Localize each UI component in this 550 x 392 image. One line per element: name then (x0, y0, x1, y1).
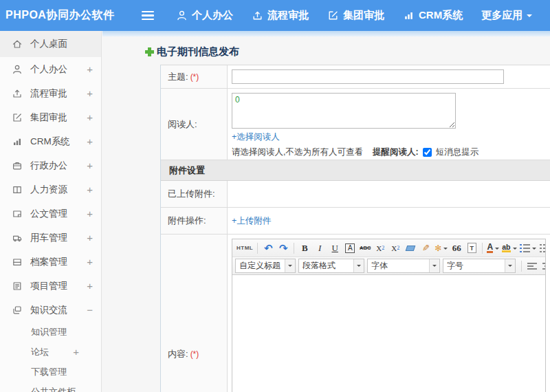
uploaded-attachments-label: 已上传附件: (168, 188, 215, 200)
nav-label: 流程审批 (267, 9, 309, 22)
editor-content-area[interactable] (232, 275, 545, 392)
caret-down-icon (443, 248, 448, 252)
caret-down-icon (532, 248, 536, 252)
subject-label-cell: 主题: (*) (161, 65, 228, 88)
sidebar-item-archive-mgmt[interactable]: 档案管理 + (0, 250, 101, 274)
paragraph-format-select[interactable]: 段落格式 (298, 259, 364, 273)
sidebar-item-desktop[interactable]: 个人桌面 (0, 31, 101, 57)
expand-icon[interactable]: + (87, 256, 93, 268)
redo-icon[interactable] (276, 241, 290, 255)
sidebar-subitem-label: 知识管理 (31, 326, 79, 338)
sidebar-subitem-download-mgmt[interactable]: 下载管理 (0, 362, 101, 382)
font-size-select[interactable]: 字号 (443, 259, 516, 273)
align-left-button[interactable] (525, 259, 539, 273)
paste-text-button[interactable] (465, 241, 478, 255)
rich-text-editor: HTML B I U A ABC X2 X2 (232, 239, 546, 392)
sidebar-item-admin-office[interactable]: 行政办公 + (0, 153, 101, 177)
italic-button[interactable]: I (313, 241, 327, 255)
expand-icon[interactable]: + (87, 160, 93, 171)
nav-workflow-approval[interactable]: 流程审批 (252, 9, 309, 22)
caret-down-icon (527, 14, 532, 20)
chat-layers-icon (12, 305, 23, 316)
ordered-list-button[interactable] (519, 241, 537, 255)
attachment-section-title: 附件设置 (169, 164, 205, 177)
caret-down-icon (429, 259, 439, 272)
content-row: 内容: (*) HTML B I U A ABC (161, 235, 550, 392)
nav-crm-system[interactable]: CRM系统 (403, 9, 463, 22)
archive-icon (12, 257, 23, 268)
sidebar-item-label: 档案管理 (30, 256, 87, 268)
sidebar-item-hr[interactable]: 人力资源 + (0, 177, 101, 202)
sidebar-item-workflow-approval[interactable]: 流程审批 + (0, 81, 101, 105)
upload-attachment-link[interactable]: +上传附件 (232, 215, 271, 227)
heading-select[interactable]: 自定义标题 (235, 259, 296, 273)
expand-icon[interactable]: + (87, 280, 93, 292)
eraser-button[interactable] (404, 241, 417, 255)
workflow-upload-icon (252, 10, 263, 21)
expand-icon[interactable]: + (87, 63, 93, 75)
magic-wand-icon (434, 243, 441, 253)
remind-readers-label: 提醒阅读人: (373, 146, 419, 158)
sidebar-item-crm[interactable]: CRM系统 + (0, 129, 101, 153)
align-center-button[interactable] (540, 259, 545, 273)
expand-icon[interactable]: + (87, 232, 93, 243)
readers-label-cell: 阅读人: (161, 89, 228, 160)
select-readers-link[interactable]: +选择阅读人 (232, 131, 280, 143)
superscript-button[interactable]: X2 (373, 241, 387, 255)
required-mark: (*) (190, 349, 199, 359)
bar-chart-icon (12, 136, 23, 147)
sidebar-item-knowledge-exchange[interactable]: 知识交流 − (0, 298, 101, 322)
autoformat-button[interactable] (434, 241, 448, 255)
readers-textarea[interactable]: 0 (232, 93, 456, 129)
paste-text-icon (468, 243, 476, 253)
ordered-list-icon (520, 244, 530, 252)
sidebar: 个人桌面 个人办公 + 流程审批 + 集团审批 + CRM系统 + 行政办公 +… (0, 31, 102, 392)
sidebar-item-vehicle-mgmt[interactable]: 用车管理 + (0, 226, 101, 250)
format-painter-button[interactable] (419, 241, 432, 255)
sidebar-item-group-approval[interactable]: 集团审批 + (0, 105, 101, 129)
subject-label: 主题: (168, 71, 188, 83)
sidebar-item-project-mgmt[interactable]: 项目管理 + (0, 274, 101, 298)
sidebar-subitem-knowledge-mgmt[interactable]: 知识管理 (0, 322, 101, 342)
sidebar-subitem-public-cabinet[interactable]: 公共文件柜 (0, 382, 101, 392)
bold-button[interactable]: B (298, 241, 311, 255)
paragraph-select-value: 段落格式 (302, 260, 336, 272)
expand-icon[interactable]: + (73, 346, 79, 358)
subject-input[interactable] (232, 69, 504, 84)
font-style-letter: A (345, 243, 355, 253)
content-label: 内容: (168, 348, 188, 360)
font-family-select[interactable]: 字体 (367, 259, 440, 273)
top-nav: 个人办公 流程审批 集团审批 CRM系统 更多应用 (176, 9, 532, 22)
person-icon (176, 10, 188, 21)
font-select-value: 字体 (371, 260, 388, 272)
font-color-button[interactable]: A (486, 241, 500, 255)
sms-notify-checkbox[interactable] (423, 148, 432, 157)
sms-notify-label: 短消息提示 (436, 146, 479, 158)
expand-icon[interactable]: + (87, 184, 93, 195)
attachment-section-header: 附件设置 (161, 160, 550, 181)
html-source-button[interactable]: HTML (236, 241, 254, 255)
underline-button[interactable]: U (328, 241, 342, 255)
font-style-button[interactable]: A (343, 241, 357, 255)
collapse-icon[interactable]: − (87, 304, 93, 316)
unordered-list-button[interactable] (538, 241, 545, 255)
expand-icon[interactable]: + (87, 87, 93, 99)
readers-label: 阅读人: (168, 118, 197, 131)
strikethrough-button[interactable]: ABC (358, 241, 372, 255)
attachment-ops-label-cell: 附件操作: (161, 208, 228, 234)
menu-toggle-icon[interactable] (142, 11, 154, 21)
sidebar-item-document-mgmt[interactable]: 公文管理 + (0, 202, 101, 226)
nav-group-approval[interactable]: 集团审批 (327, 9, 384, 22)
sidebar-subitem-forum[interactable]: 论坛 + (0, 342, 101, 362)
highlight-color-button[interactable]: ab (501, 241, 517, 255)
undo-icon[interactable] (261, 241, 275, 255)
subscript-button[interactable]: X2 (388, 241, 402, 255)
expand-icon[interactable]: + (87, 111, 93, 123)
blockquote-button[interactable]: 66 (450, 241, 463, 255)
nav-more-apps[interactable]: 更多应用 (481, 9, 532, 22)
expand-icon[interactable]: + (87, 135, 93, 147)
expand-icon[interactable]: + (87, 208, 93, 219)
brush-icon (422, 243, 430, 253)
sidebar-item-personal-office[interactable]: 个人办公 + (0, 57, 101, 81)
nav-personal-office[interactable]: 个人办公 (176, 9, 233, 22)
